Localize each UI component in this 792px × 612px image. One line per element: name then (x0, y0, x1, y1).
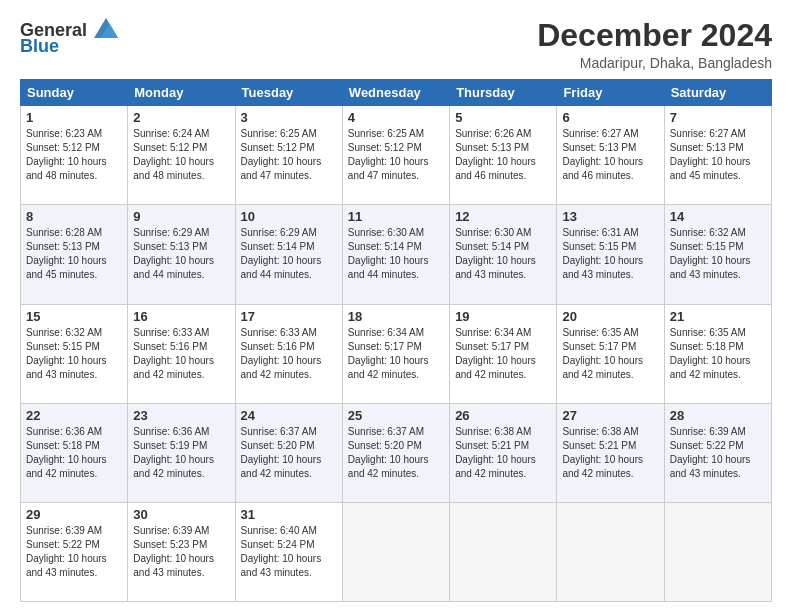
calendar-week-row: 22Sunrise: 6:36 AM Sunset: 5:18 PM Dayli… (21, 403, 772, 502)
day-info: Sunrise: 6:27 AM Sunset: 5:13 PM Dayligh… (562, 127, 658, 183)
table-row: 29Sunrise: 6:39 AM Sunset: 5:22 PM Dayli… (21, 502, 128, 601)
day-number: 6 (562, 110, 658, 125)
table-row: 30Sunrise: 6:39 AM Sunset: 5:23 PM Dayli… (128, 502, 235, 601)
table-row: 7Sunrise: 6:27 AM Sunset: 5:13 PM Daylig… (664, 106, 771, 205)
day-number: 18 (348, 309, 444, 324)
logo-icon (90, 14, 122, 42)
col-friday: Friday (557, 80, 664, 106)
day-number: 5 (455, 110, 551, 125)
day-number: 23 (133, 408, 229, 423)
table-row (450, 502, 557, 601)
day-info: Sunrise: 6:37 AM Sunset: 5:20 PM Dayligh… (241, 425, 337, 481)
table-row: 21Sunrise: 6:35 AM Sunset: 5:18 PM Dayli… (664, 304, 771, 403)
day-info: Sunrise: 6:26 AM Sunset: 5:13 PM Dayligh… (455, 127, 551, 183)
day-info: Sunrise: 6:39 AM Sunset: 5:23 PM Dayligh… (133, 524, 229, 580)
day-number: 1 (26, 110, 122, 125)
calendar-header-row: Sunday Monday Tuesday Wednesday Thursday… (21, 80, 772, 106)
day-number: 24 (241, 408, 337, 423)
table-row: 13Sunrise: 6:31 AM Sunset: 5:15 PM Dayli… (557, 205, 664, 304)
day-info: Sunrise: 6:25 AM Sunset: 5:12 PM Dayligh… (241, 127, 337, 183)
location-subtitle: Madaripur, Dhaka, Bangladesh (537, 55, 772, 71)
day-info: Sunrise: 6:25 AM Sunset: 5:12 PM Dayligh… (348, 127, 444, 183)
table-row: 19Sunrise: 6:34 AM Sunset: 5:17 PM Dayli… (450, 304, 557, 403)
table-row: 3Sunrise: 6:25 AM Sunset: 5:12 PM Daylig… (235, 106, 342, 205)
day-info: Sunrise: 6:28 AM Sunset: 5:13 PM Dayligh… (26, 226, 122, 282)
table-row: 16Sunrise: 6:33 AM Sunset: 5:16 PM Dayli… (128, 304, 235, 403)
calendar-week-row: 1Sunrise: 6:23 AM Sunset: 5:12 PM Daylig… (21, 106, 772, 205)
day-info: Sunrise: 6:24 AM Sunset: 5:12 PM Dayligh… (133, 127, 229, 183)
day-number: 8 (26, 209, 122, 224)
day-info: Sunrise: 6:23 AM Sunset: 5:12 PM Dayligh… (26, 127, 122, 183)
col-saturday: Saturday (664, 80, 771, 106)
table-row: 9Sunrise: 6:29 AM Sunset: 5:13 PM Daylig… (128, 205, 235, 304)
table-row: 4Sunrise: 6:25 AM Sunset: 5:12 PM Daylig… (342, 106, 449, 205)
day-number: 4 (348, 110, 444, 125)
table-row: 5Sunrise: 6:26 AM Sunset: 5:13 PM Daylig… (450, 106, 557, 205)
day-number: 26 (455, 408, 551, 423)
col-tuesday: Tuesday (235, 80, 342, 106)
header: General Blue December 2024 Madaripur, Dh… (20, 18, 772, 71)
day-info: Sunrise: 6:29 AM Sunset: 5:13 PM Dayligh… (133, 226, 229, 282)
day-info: Sunrise: 6:38 AM Sunset: 5:21 PM Dayligh… (562, 425, 658, 481)
day-number: 10 (241, 209, 337, 224)
day-number: 22 (26, 408, 122, 423)
day-number: 27 (562, 408, 658, 423)
table-row: 2Sunrise: 6:24 AM Sunset: 5:12 PM Daylig… (128, 106, 235, 205)
day-info: Sunrise: 6:35 AM Sunset: 5:18 PM Dayligh… (670, 326, 766, 382)
table-row: 25Sunrise: 6:37 AM Sunset: 5:20 PM Dayli… (342, 403, 449, 502)
day-number: 7 (670, 110, 766, 125)
day-info: Sunrise: 6:33 AM Sunset: 5:16 PM Dayligh… (241, 326, 337, 382)
logo-blue: Blue (20, 36, 59, 57)
table-row (557, 502, 664, 601)
day-info: Sunrise: 6:32 AM Sunset: 5:15 PM Dayligh… (26, 326, 122, 382)
day-info: Sunrise: 6:35 AM Sunset: 5:17 PM Dayligh… (562, 326, 658, 382)
table-row: 17Sunrise: 6:33 AM Sunset: 5:16 PM Dayli… (235, 304, 342, 403)
calendar-week-row: 15Sunrise: 6:32 AM Sunset: 5:15 PM Dayli… (21, 304, 772, 403)
page: General Blue December 2024 Madaripur, Dh… (0, 0, 792, 612)
day-number: 3 (241, 110, 337, 125)
month-title: December 2024 (537, 18, 772, 53)
table-row: 26Sunrise: 6:38 AM Sunset: 5:21 PM Dayli… (450, 403, 557, 502)
day-info: Sunrise: 6:39 AM Sunset: 5:22 PM Dayligh… (26, 524, 122, 580)
day-number: 31 (241, 507, 337, 522)
table-row: 23Sunrise: 6:36 AM Sunset: 5:19 PM Dayli… (128, 403, 235, 502)
logo: General Blue (20, 18, 122, 57)
day-info: Sunrise: 6:36 AM Sunset: 5:19 PM Dayligh… (133, 425, 229, 481)
table-row (342, 502, 449, 601)
day-number: 17 (241, 309, 337, 324)
day-number: 12 (455, 209, 551, 224)
table-row (664, 502, 771, 601)
day-info: Sunrise: 6:39 AM Sunset: 5:22 PM Dayligh… (670, 425, 766, 481)
day-number: 19 (455, 309, 551, 324)
day-number: 9 (133, 209, 229, 224)
table-row: 24Sunrise: 6:37 AM Sunset: 5:20 PM Dayli… (235, 403, 342, 502)
day-info: Sunrise: 6:30 AM Sunset: 5:14 PM Dayligh… (455, 226, 551, 282)
day-number: 25 (348, 408, 444, 423)
table-row: 31Sunrise: 6:40 AM Sunset: 5:24 PM Dayli… (235, 502, 342, 601)
day-number: 15 (26, 309, 122, 324)
col-monday: Monday (128, 80, 235, 106)
day-number: 29 (26, 507, 122, 522)
table-row: 11Sunrise: 6:30 AM Sunset: 5:14 PM Dayli… (342, 205, 449, 304)
day-info: Sunrise: 6:36 AM Sunset: 5:18 PM Dayligh… (26, 425, 122, 481)
table-row: 6Sunrise: 6:27 AM Sunset: 5:13 PM Daylig… (557, 106, 664, 205)
day-info: Sunrise: 6:38 AM Sunset: 5:21 PM Dayligh… (455, 425, 551, 481)
day-info: Sunrise: 6:31 AM Sunset: 5:15 PM Dayligh… (562, 226, 658, 282)
day-number: 13 (562, 209, 658, 224)
day-number: 21 (670, 309, 766, 324)
table-row: 10Sunrise: 6:29 AM Sunset: 5:14 PM Dayli… (235, 205, 342, 304)
day-number: 2 (133, 110, 229, 125)
calendar-week-row: 29Sunrise: 6:39 AM Sunset: 5:22 PM Dayli… (21, 502, 772, 601)
day-info: Sunrise: 6:37 AM Sunset: 5:20 PM Dayligh… (348, 425, 444, 481)
day-info: Sunrise: 6:30 AM Sunset: 5:14 PM Dayligh… (348, 226, 444, 282)
day-info: Sunrise: 6:40 AM Sunset: 5:24 PM Dayligh… (241, 524, 337, 580)
table-row: 20Sunrise: 6:35 AM Sunset: 5:17 PM Dayli… (557, 304, 664, 403)
title-block: December 2024 Madaripur, Dhaka, Banglade… (537, 18, 772, 71)
col-wednesday: Wednesday (342, 80, 449, 106)
calendar-week-row: 8Sunrise: 6:28 AM Sunset: 5:13 PM Daylig… (21, 205, 772, 304)
table-row: 8Sunrise: 6:28 AM Sunset: 5:13 PM Daylig… (21, 205, 128, 304)
calendar-table: Sunday Monday Tuesday Wednesday Thursday… (20, 79, 772, 602)
day-number: 11 (348, 209, 444, 224)
table-row: 15Sunrise: 6:32 AM Sunset: 5:15 PM Dayli… (21, 304, 128, 403)
table-row: 18Sunrise: 6:34 AM Sunset: 5:17 PM Dayli… (342, 304, 449, 403)
